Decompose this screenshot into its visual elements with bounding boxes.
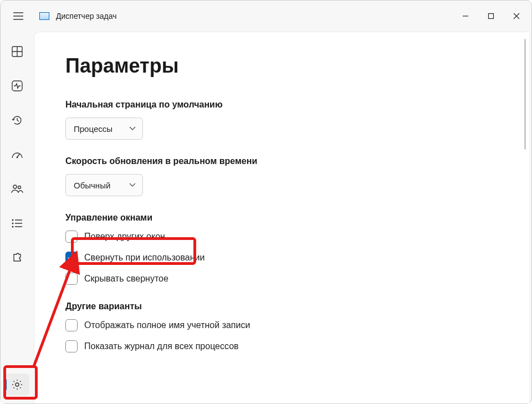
window-body: Параметры Начальная страница по умолчани… bbox=[1, 32, 531, 403]
users-icon bbox=[11, 183, 23, 195]
minimize-icon bbox=[462, 13, 469, 19]
content-area: Параметры Начальная страница по умолчани… bbox=[34, 32, 529, 403]
nav-users[interactable] bbox=[5, 178, 29, 200]
row-history-all: Показать журнал для всех процессов bbox=[65, 340, 529, 352]
titlebar: Диспетчер задач bbox=[1, 1, 531, 32]
checkbox-minimize-on-use[interactable] bbox=[65, 252, 78, 264]
svg-point-3 bbox=[17, 157, 18, 158]
row-always-on-top: Поверх других окон bbox=[65, 231, 529, 243]
label-always-on-top: Поверх других окон bbox=[84, 232, 165, 242]
label-history-all: Показать журнал для всех процессов bbox=[84, 341, 239, 351]
checkbox-always-on-top[interactable] bbox=[65, 231, 78, 243]
pulse-icon bbox=[12, 80, 23, 91]
update-speed-value: Обычный bbox=[74, 181, 110, 190]
section-other-label: Другие варианты bbox=[65, 301, 529, 311]
default-page-value: Процессы bbox=[74, 124, 112, 134]
maximize-icon bbox=[488, 13, 494, 19]
window-controls bbox=[453, 5, 529, 27]
speedometer-icon bbox=[11, 149, 23, 160]
app-window: Диспетчер задач bbox=[0, 0, 532, 404]
nav-performance[interactable] bbox=[5, 75, 29, 97]
svg-point-8 bbox=[12, 226, 14, 228]
maximize-button[interactable] bbox=[478, 5, 504, 27]
hamburger-menu-button[interactable] bbox=[7, 5, 29, 27]
svg-rect-0 bbox=[489, 14, 494, 19]
section-update-speed-label: Скорость обновления в реальном времени bbox=[65, 156, 529, 166]
nav-processes[interactable] bbox=[5, 40, 29, 63]
chevron-down-icon bbox=[129, 126, 136, 131]
svg-point-4 bbox=[13, 185, 17, 188]
page-title: Параметры bbox=[65, 54, 529, 78]
grid-icon bbox=[12, 46, 23, 57]
section-default-page-label: Начальная страница по умолчанию bbox=[65, 100, 529, 110]
list-icon bbox=[12, 219, 23, 228]
svg-point-7 bbox=[12, 223, 14, 224]
nav-app-history[interactable] bbox=[5, 109, 29, 131]
checkbox-full-account-name[interactable] bbox=[65, 319, 78, 331]
label-hide-minimized: Скрывать свернутое bbox=[84, 274, 168, 284]
label-minimize-on-use: Свернуть при использовании bbox=[84, 253, 204, 263]
svg-point-6 bbox=[12, 219, 14, 221]
nav-settings[interactable] bbox=[5, 374, 29, 396]
row-hide-minimized: Скрывать свернутое bbox=[65, 273, 529, 285]
settings-content: Параметры Начальная страница по умолчани… bbox=[34, 32, 529, 403]
nav-services[interactable] bbox=[5, 247, 29, 269]
puzzle-icon bbox=[12, 252, 23, 263]
row-minimize-on-use: Свернуть при использовании bbox=[65, 252, 529, 264]
checkbox-hide-minimized[interactable] bbox=[65, 273, 78, 285]
close-icon bbox=[513, 13, 520, 19]
svg-point-5 bbox=[18, 186, 21, 189]
label-full-account-name: Отображать полное имя учетной записи bbox=[84, 320, 250, 330]
close-button[interactable] bbox=[504, 5, 529, 27]
nav-startup[interactable] bbox=[5, 144, 29, 166]
nav-rail bbox=[1, 32, 34, 403]
chevron-down-icon bbox=[129, 183, 136, 187]
hamburger-icon bbox=[13, 12, 23, 20]
checkbox-history-all[interactable] bbox=[65, 340, 78, 352]
update-speed-dropdown[interactable]: Обычный bbox=[65, 174, 143, 196]
gear-icon bbox=[12, 379, 23, 390]
default-page-dropdown[interactable]: Процессы bbox=[65, 117, 143, 140]
history-icon bbox=[12, 115, 23, 126]
minimize-button[interactable] bbox=[453, 5, 478, 27]
app-icon bbox=[39, 12, 49, 20]
scrollbar[interactable] bbox=[524, 39, 526, 150]
nav-details[interactable] bbox=[5, 212, 29, 234]
svg-point-9 bbox=[16, 383, 19, 386]
app-title: Диспетчер задач bbox=[56, 12, 117, 21]
section-window-mgmt-label: Управление окнами bbox=[65, 213, 529, 223]
row-full-account-name: Отображать полное имя учетной записи bbox=[65, 319, 529, 331]
check-icon bbox=[68, 254, 75, 261]
